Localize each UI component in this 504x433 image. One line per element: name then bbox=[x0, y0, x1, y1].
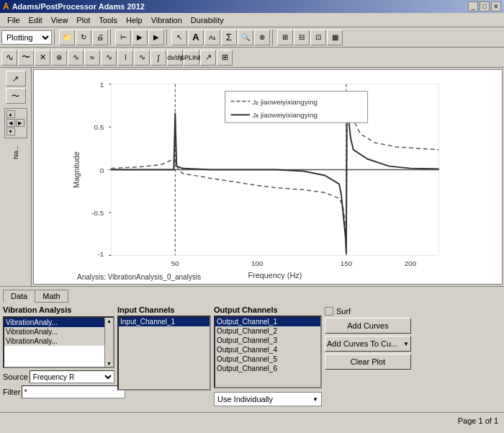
nav-left[interactable]: ◀ bbox=[6, 119, 15, 127]
output-channels-listbox[interactable]: Output_Channel_1 Output_Channel_2 Output… bbox=[214, 316, 322, 388]
toolbar-1: Plotting 📁 ↻ 🖨 ⊢ ▶ ▶ ↖ A A₁ Σ 🔍 ⊕ ⊞ ⊟ ⊡ … bbox=[0, 27, 504, 48]
tb-btn-7[interactable]: ▶ bbox=[132, 30, 148, 45]
va-item-1[interactable]: VibrationAnaly... bbox=[4, 327, 104, 336]
svg-text:J₂  jiaoweiyixiangying: J₂ jiaoweiyixiangying bbox=[252, 98, 318, 106]
nav-box: ▲ ◀ ▶ ▼ bbox=[4, 108, 27, 138]
svg-text:50: 50 bbox=[171, 259, 179, 267]
va-scroll-down[interactable]: ▼ bbox=[107, 361, 112, 366]
filter-label: Filter bbox=[3, 388, 20, 396]
output-channel-item-1[interactable]: Output_Channel_2 bbox=[215, 326, 320, 336]
add-curves-to-arrow-icon: ▼ bbox=[403, 341, 409, 347]
add-curves-to-button[interactable]: Add Curves To Cu... ▼ bbox=[325, 336, 411, 352]
nav-right[interactable]: ▶ bbox=[16, 119, 24, 127]
tb-btn-18[interactable]: ⊟ bbox=[294, 30, 310, 45]
tb2-btn-7[interactable]: ∿ bbox=[101, 50, 117, 66]
tabs: Data Math bbox=[3, 290, 501, 303]
nav-up[interactable]: ▲ bbox=[6, 110, 15, 118]
clear-plot-button[interactable]: Clear Plot bbox=[325, 354, 411, 370]
tb2-btn-9[interactable]: ∿ bbox=[134, 50, 150, 66]
tb-btn-19[interactable]: ⊡ bbox=[310, 30, 326, 45]
nav-down[interactable]: ▼ bbox=[6, 128, 15, 135]
refresh-button[interactable]: ↻ bbox=[76, 30, 91, 45]
svg-text:Magnitude: Magnitude bbox=[72, 151, 81, 188]
va-listbox[interactable]: VibrationAnaly... VibrationAnaly... Vibr… bbox=[3, 316, 114, 368]
minimize-button[interactable]: _ bbox=[468, 1, 478, 12]
surf-checkbox[interactable] bbox=[325, 307, 333, 316]
output-channel-item-3[interactable]: Output_Channel_4 bbox=[215, 345, 320, 354]
svg-text:0.5: 0.5 bbox=[94, 123, 104, 131]
use-individually-dropdown[interactable]: Use Individually ▼ bbox=[214, 392, 322, 406]
menu-view[interactable]: View bbox=[47, 14, 73, 26]
tb-btn-20[interactable]: ▦ bbox=[327, 30, 343, 45]
menu-file[interactable]: File bbox=[3, 14, 24, 26]
va-item-0[interactable]: VibrationAnaly... bbox=[4, 318, 104, 327]
zoom2-button[interactable]: ⊕ bbox=[254, 30, 270, 45]
output-channel-item-4[interactable]: Output_Channel_5 bbox=[215, 354, 320, 364]
vibration-analysis-panel: Vibration Analysis VibrationAnaly... Vib… bbox=[3, 305, 114, 406]
page-current: 1 bbox=[478, 416, 482, 425]
open-button[interactable]: 📁 bbox=[59, 30, 75, 45]
add-curves-button[interactable]: Add Curves bbox=[325, 318, 411, 334]
maximize-button[interactable]: □ bbox=[480, 1, 490, 12]
menu-vibration[interactable]: Vibration bbox=[147, 14, 186, 26]
page-label: Page bbox=[458, 416, 477, 425]
tb2-btn-3[interactable]: ✕ bbox=[35, 50, 50, 66]
bottom-content: Vibration Analysis VibrationAnaly... Vib… bbox=[3, 305, 501, 406]
source-dropdown[interactable]: Frequency R bbox=[30, 370, 114, 383]
cursor-button[interactable]: ↖ bbox=[171, 30, 187, 45]
toolbar-2: ∿ 〜 ✕ ⊕ ∿ ≈ ∿ ⌇ ∿ ∫ dx/dy SPLINE ↗ ⊞ bbox=[0, 48, 504, 68]
tb2-btn-2[interactable]: 〜 bbox=[18, 50, 34, 66]
plotting-dropdown[interactable]: Plotting bbox=[1, 30, 52, 45]
tb2-btn-10[interactable]: ∫ bbox=[150, 50, 166, 66]
input-channels-label: Input Channels bbox=[117, 305, 211, 314]
surf-label: Surf bbox=[336, 307, 351, 316]
tab-data[interactable]: Data bbox=[3, 290, 35, 303]
tb-btn-8[interactable]: ▶ bbox=[148, 30, 164, 45]
tb2-btn-14[interactable]: ⊞ bbox=[217, 50, 233, 66]
tb-btn-17[interactable]: ⊞ bbox=[277, 30, 293, 45]
close-button[interactable]: ✕ bbox=[491, 1, 501, 12]
menu-durability[interactable]: Durability bbox=[186, 14, 228, 26]
page-of: of bbox=[485, 416, 492, 425]
output-channel-item-0[interactable]: Output_Channel_1 bbox=[215, 317, 320, 326]
tb2-btn-5[interactable]: ∿ bbox=[68, 50, 84, 66]
tb-btn-6[interactable]: ⊢ bbox=[115, 30, 131, 45]
tb2-btn-6[interactable]: ≈ bbox=[84, 50, 100, 66]
menu-edit[interactable]: Edit bbox=[24, 14, 47, 26]
svg-text:-1: -1 bbox=[98, 250, 104, 258]
sigma-button[interactable]: Σ bbox=[221, 30, 237, 45]
filter-row: Filter bbox=[3, 385, 114, 398]
print-button[interactable]: 🖨 bbox=[92, 30, 108, 45]
tab-math[interactable]: Math bbox=[35, 290, 68, 303]
zoom-button[interactable]: 🔍 bbox=[238, 30, 253, 45]
bottom-panel: Data Math Vibration Analysis VibrationAn… bbox=[0, 286, 504, 412]
svg-text:Frequency (Hz): Frequency (Hz) bbox=[248, 271, 302, 280]
va-scroll-up[interactable]: ▲ bbox=[107, 318, 112, 323]
dropdown-arrow-icon: ▼ bbox=[312, 396, 318, 403]
surf-row: Surf bbox=[325, 307, 411, 316]
tb-btn-11[interactable]: A₁ bbox=[204, 30, 220, 45]
menu-tools[interactable]: Tools bbox=[94, 14, 122, 26]
menu-plot[interactable]: Plot bbox=[72, 14, 94, 26]
page-total: 1 bbox=[494, 416, 498, 425]
main-area: ↗ 〜 ▲ ◀ ▶ ▼ Na... bbox=[0, 68, 504, 286]
svg-text:-0.5: -0.5 bbox=[91, 209, 104, 217]
plot-svg: 50 100 150 200 Frequency (Hz) 1 0.5 0 -0… bbox=[34, 70, 502, 284]
tb2-btn-8[interactable]: ⌇ bbox=[117, 50, 133, 66]
tb2-btn-4[interactable]: ⊕ bbox=[51, 50, 67, 66]
output-channels-panel: Output Channels Output_Channel_1 Output_… bbox=[214, 305, 322, 406]
filter-input[interactable] bbox=[22, 385, 125, 398]
tb2-btn-1[interactable]: ∿ bbox=[1, 50, 17, 66]
input-channel-item-0[interactable]: Input_Channel_1 bbox=[119, 317, 210, 326]
tb2-btn-12[interactable]: SPLINE bbox=[184, 50, 199, 66]
output-channel-item-2[interactable]: Output_Channel_3 bbox=[215, 336, 320, 345]
va-item-2[interactable]: VibrationAnaly... bbox=[4, 336, 104, 346]
left-btn-1[interactable]: ↗ bbox=[6, 71, 26, 86]
add-curves-to-label: Add Curves To Cu... bbox=[327, 339, 397, 348]
input-channels-listbox[interactable]: Input_Channel_1 bbox=[117, 316, 211, 390]
output-channel-item-5[interactable]: Output_Channel_6 bbox=[215, 364, 320, 373]
text-button[interactable]: A bbox=[188, 30, 204, 45]
left-btn-2[interactable]: 〜 bbox=[6, 88, 26, 104]
menu-help[interactable]: Help bbox=[122, 14, 147, 26]
tb2-btn-13[interactable]: ↗ bbox=[200, 50, 216, 66]
